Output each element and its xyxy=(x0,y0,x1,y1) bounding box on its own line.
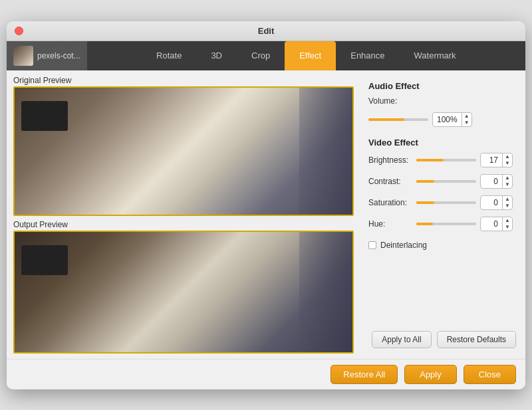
original-preview-box xyxy=(13,86,354,216)
contrast-slider-fill xyxy=(416,180,434,183)
tabs-bar: pexels-cot... Rotate 3D Crop Effect Enha… xyxy=(7,41,525,70)
curtain-decoration-2 xyxy=(299,232,352,352)
bottom-row: Restore All Apply Close xyxy=(7,359,525,389)
settings-panel: Audio Effect Volume: 100% ▲ ▼ xyxy=(359,70,525,359)
volume-down-arrow[interactable]: ▼ xyxy=(462,120,471,126)
volume-spinner-arrows: ▲ ▼ xyxy=(462,113,471,126)
tab-rotate[interactable]: Rotate xyxy=(142,41,196,70)
window-title: Edit xyxy=(258,26,275,36)
apply-button[interactable]: Apply xyxy=(404,365,457,384)
volume-up-arrow[interactable]: ▲ xyxy=(462,113,471,120)
hue-down[interactable]: ▼ xyxy=(503,224,512,231)
hue-row: Hue: 0 ▲ ▼ xyxy=(368,217,516,231)
output-preview-box: ⏮ ▶ ⏭ ■ ⏩ 🔊 00:00:00/00:00:26 xyxy=(13,231,354,354)
hue-spinner[interactable]: 0 ▲ ▼ xyxy=(480,217,513,231)
titlebar: Edit xyxy=(7,21,525,41)
close-traffic-light[interactable] xyxy=(15,27,23,35)
contrast-arrows: ▲ ▼ xyxy=(502,175,512,188)
restore-all-button[interactable]: Restore All xyxy=(331,365,398,384)
brightness-slider-fill xyxy=(416,159,444,161)
original-video-frame xyxy=(15,88,352,215)
original-preview-section: Original Preview xyxy=(13,76,354,216)
playback-bar xyxy=(15,352,352,354)
saturation-slider-container: 0 ▲ ▼ xyxy=(416,195,516,210)
brightness-label: Brightness: xyxy=(368,155,416,165)
hue-label: Hue: xyxy=(368,219,416,229)
volume-slider-row: 100% ▲ ▼ xyxy=(368,112,516,127)
contrast-row: Contrast: 0 ▲ ▼ xyxy=(368,174,516,189)
saturation-label: Saturation: xyxy=(368,198,416,207)
brightness-arrows: ▲ ▼ xyxy=(502,154,512,167)
tv-decoration xyxy=(21,101,68,131)
video-effect-title: Video Effect xyxy=(368,138,516,148)
contrast-up[interactable]: ▲ xyxy=(503,175,512,181)
hue-slider-fill xyxy=(416,223,433,225)
deinterlacing-label: Deinterlacing xyxy=(380,241,427,250)
hue-value: 0 xyxy=(481,219,502,229)
saturation-slider-fill xyxy=(416,201,434,204)
deinterlacing-checkbox[interactable] xyxy=(368,241,376,249)
hue-slider-container: 0 ▲ ▼ xyxy=(416,217,516,231)
preview-panel: Original Preview Output Preview xyxy=(7,70,359,359)
output-video-frame xyxy=(15,232,352,352)
original-preview-label: Original Preview xyxy=(13,76,354,85)
brightness-value: 17 xyxy=(481,155,502,165)
deinterlacing-row: Deinterlacing xyxy=(368,241,516,250)
spacer xyxy=(368,253,516,328)
file-thumb-image xyxy=(13,46,33,66)
audio-effect-title: Audio Effect xyxy=(368,81,516,91)
file-thumbnail: pexels-cot... xyxy=(7,41,87,70)
saturation-spinner[interactable]: 0 ▲ ▼ xyxy=(480,195,513,210)
restore-defaults-button[interactable]: Restore Defaults xyxy=(437,331,516,348)
tab-group: Rotate 3D Crop Effect Enhance Watermark xyxy=(87,41,525,70)
saturation-up[interactable]: ▲ xyxy=(503,196,512,203)
volume-row: Volume: xyxy=(368,96,516,106)
apply-to-all-button[interactable]: Apply to All xyxy=(372,331,431,348)
contrast-down[interactable]: ▼ xyxy=(503,181,512,188)
tab-3d[interactable]: 3D xyxy=(196,41,237,70)
saturation-down[interactable]: ▼ xyxy=(503,203,512,209)
hue-arrows: ▲ ▼ xyxy=(502,217,512,231)
volume-label: Volume: xyxy=(368,96,416,106)
brightness-down[interactable]: ▼ xyxy=(503,160,512,167)
tab-enhance[interactable]: Enhance xyxy=(336,41,399,70)
output-preview-label: Output Preview xyxy=(13,220,354,229)
saturation-slider-track[interactable] xyxy=(416,201,476,204)
contrast-value: 0 xyxy=(481,177,502,186)
progress-thumb xyxy=(66,353,72,354)
content-area: Original Preview Output Preview xyxy=(7,70,525,359)
volume-slider-fill xyxy=(368,118,404,121)
tab-watermark[interactable]: Watermark xyxy=(400,41,471,70)
tab-effect[interactable]: Effect xyxy=(285,41,336,70)
tv-decoration-2 xyxy=(21,245,68,275)
apply-to-row: Apply to All Restore Defaults xyxy=(368,331,516,348)
volume-slider-container: 100% ▲ ▼ xyxy=(368,112,516,127)
volume-spinner-value: 100% xyxy=(433,115,462,124)
output-preview-section: Output Preview ⏮ xyxy=(13,220,354,354)
brightness-spinner[interactable]: 17 ▲ ▼ xyxy=(480,153,513,167)
tab-crop[interactable]: Crop xyxy=(237,41,285,70)
bottom-buttons: Restore All Apply Close xyxy=(331,365,516,384)
brightness-slider-container: 17 ▲ ▼ xyxy=(416,153,516,167)
brightness-slider-track[interactable] xyxy=(416,159,476,161)
contrast-spinner[interactable]: 0 ▲ ▼ xyxy=(480,174,513,189)
hue-slider-track[interactable] xyxy=(416,223,476,225)
volume-spinner[interactable]: 100% ▲ ▼ xyxy=(432,112,472,127)
contrast-slider-container: 0 ▲ ▼ xyxy=(416,174,516,189)
contrast-label: Contrast: xyxy=(368,177,416,186)
hue-up[interactable]: ▲ xyxy=(503,217,512,224)
curtain-decoration xyxy=(299,88,352,215)
contrast-slider-track[interactable] xyxy=(416,180,476,183)
main-window: Edit pexels-cot... Rotate 3D Crop Effect… xyxy=(7,21,525,389)
volume-slider-track[interactable] xyxy=(368,118,428,121)
saturation-row: Saturation: 0 ▲ ▼ xyxy=(368,195,516,210)
saturation-arrows: ▲ ▼ xyxy=(502,196,512,209)
brightness-row: Brightness: 17 ▲ ▼ xyxy=(368,153,516,167)
file-name: pexels-cot... xyxy=(37,51,80,60)
brightness-up[interactable]: ▲ xyxy=(503,154,512,160)
close-button[interactable]: Close xyxy=(464,365,516,384)
saturation-value: 0 xyxy=(481,198,502,207)
